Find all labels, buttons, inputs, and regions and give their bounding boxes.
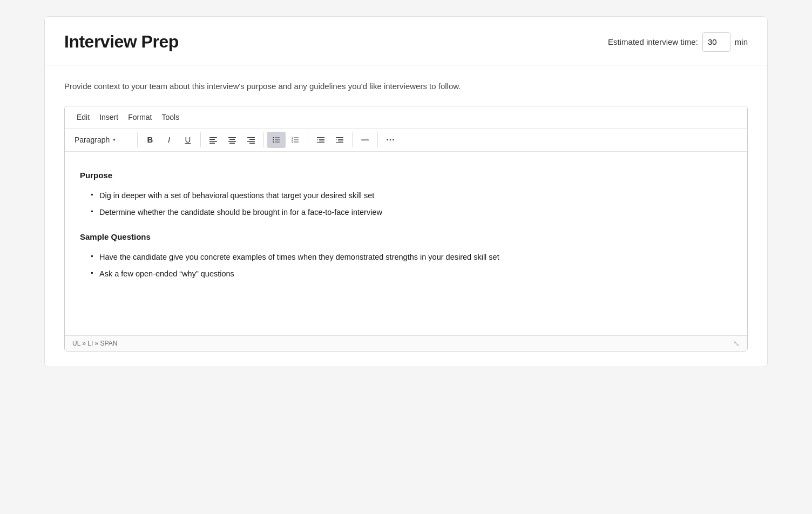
time-unit: min (735, 37, 748, 46)
svg-text:3: 3 (292, 140, 293, 143)
section2-list: Have the candidate give you concrete exa… (80, 251, 732, 280)
description-text: Provide context to your team about this … (64, 80, 748, 93)
svg-rect-8 (247, 137, 255, 138)
section2-heading: Sample Questions (80, 231, 732, 244)
menu-insert[interactable]: Insert (96, 111, 121, 124)
align-left-button[interactable] (204, 132, 222, 148)
svg-marker-33 (336, 139, 337, 140)
menu-edit[interactable]: Edit (73, 111, 93, 124)
estimated-time-label: Estimated interview time: (608, 37, 698, 46)
bold-button[interactable]: B (141, 132, 159, 148)
list-group: 1 2 3 (267, 132, 304, 148)
toolbar-divider-6 (377, 132, 378, 147)
italic-button[interactable]: I (160, 132, 178, 148)
svg-rect-34 (361, 139, 369, 140)
text-format-group: B I U (141, 132, 197, 148)
list-item: Ask a few open-ended “why” questions (91, 268, 732, 280)
svg-rect-2 (209, 141, 217, 142)
indent-icon (335, 136, 344, 144)
menu-tools[interactable]: Tools (158, 111, 182, 124)
chevron-down-icon: ▾ (113, 137, 116, 143)
svg-rect-13 (275, 137, 280, 138)
svg-rect-0 (209, 137, 217, 138)
list-item: Dig in deeper with a set of behavioral q… (91, 190, 732, 202)
list-item: Determine whether the candidate should b… (91, 206, 732, 219)
paragraph-style-label: Paragraph (75, 136, 110, 144)
align-center-icon (228, 136, 236, 144)
page-title: Interview Prep (64, 32, 179, 52)
resize-handle-icon[interactable]: ⤡ (733, 339, 740, 348)
align-group (204, 132, 260, 148)
svg-point-35 (387, 139, 388, 140)
toolbar-divider-5 (352, 132, 353, 147)
svg-rect-5 (229, 139, 235, 140)
svg-rect-31 (338, 140, 343, 141)
svg-rect-11 (249, 143, 255, 144)
toolbar-divider-3 (263, 132, 264, 147)
svg-rect-26 (319, 140, 324, 141)
toolbar-divider-4 (308, 132, 308, 147)
toolbar-divider-1 (137, 132, 138, 147)
align-left-icon (209, 136, 218, 144)
editor-container: Edit Insert Format Tools Paragraph ▾ B I… (64, 106, 748, 351)
card-body: Provide context to your team about this … (45, 65, 767, 367)
svg-rect-17 (275, 141, 280, 142)
card-header: Interview Prep Estimated interview time:… (45, 17, 767, 65)
svg-rect-7 (229, 143, 235, 144)
svg-rect-25 (319, 139, 324, 139)
svg-rect-4 (228, 137, 236, 138)
svg-rect-15 (275, 139, 280, 140)
svg-rect-30 (338, 139, 343, 139)
more-button[interactable] (381, 132, 400, 148)
section1-list: Dig in deeper with a set of behavioral q… (80, 190, 732, 219)
unordered-list-icon (272, 136, 281, 144)
toolbar-divider-2 (200, 132, 201, 147)
more-icon (386, 136, 395, 144)
main-card: Interview Prep Estimated interview time:… (44, 16, 768, 367)
align-right-button[interactable] (242, 132, 260, 148)
svg-rect-12 (273, 137, 274, 138)
menu-format[interactable]: Format (125, 111, 155, 124)
outdent-button[interactable] (312, 132, 330, 148)
svg-rect-24 (317, 137, 324, 138)
time-section: Estimated interview time: min (608, 32, 748, 52)
svg-rect-14 (273, 139, 274, 140)
editor-toolbar: Paragraph ▾ B I U (65, 128, 747, 152)
ordered-list-button[interactable]: 1 2 3 (286, 132, 304, 148)
svg-rect-3 (209, 143, 215, 144)
editor-menubar: Edit Insert Format Tools (65, 106, 747, 128)
svg-rect-6 (228, 141, 236, 142)
ordered-list-icon: 1 2 3 (291, 136, 300, 144)
svg-point-37 (393, 139, 394, 140)
horizontal-rule-icon (361, 136, 369, 144)
paragraph-style-selector[interactable]: Paragraph ▾ (69, 133, 134, 146)
section1-heading: Purpose (80, 169, 732, 182)
editor-content[interactable]: Purpose Dig in deeper with a set of beha… (65, 152, 747, 335)
outdent-icon (316, 136, 325, 144)
list-item: Have the candidate give you concrete exa… (91, 251, 732, 263)
svg-rect-27 (317, 142, 324, 143)
unordered-list-button[interactable] (267, 132, 286, 148)
editor-statusbar: UL » LI » SPAN ⤡ (65, 335, 747, 351)
svg-rect-21 (294, 139, 299, 140)
svg-rect-10 (247, 141, 255, 142)
indent-button[interactable] (330, 132, 349, 148)
underline-button[interactable]: U (179, 132, 197, 148)
align-right-icon (247, 136, 255, 144)
horizontal-rule-button[interactable] (356, 132, 374, 148)
align-center-button[interactable] (223, 132, 241, 148)
svg-rect-32 (336, 142, 343, 143)
svg-rect-29 (336, 137, 343, 138)
time-input[interactable] (702, 32, 730, 52)
svg-rect-23 (294, 141, 299, 142)
indent-group (312, 132, 349, 148)
svg-rect-16 (273, 141, 274, 143)
svg-rect-19 (294, 137, 299, 138)
svg-marker-28 (317, 139, 318, 140)
svg-point-36 (390, 139, 391, 140)
dom-path: UL » LI » SPAN (72, 340, 117, 347)
svg-rect-1 (209, 139, 215, 140)
svg-rect-9 (249, 139, 255, 140)
